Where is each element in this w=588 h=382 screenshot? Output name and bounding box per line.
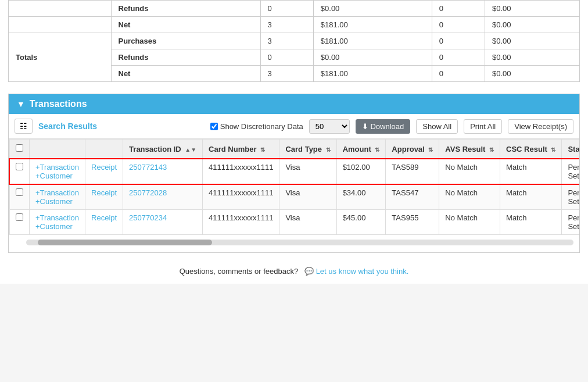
scroll-track[interactable]: [26, 240, 573, 245]
row-receipt-cell: Receipt: [85, 210, 123, 235]
row-checkbox-cell: [9, 210, 30, 235]
header-status[interactable]: Status ⇅: [562, 140, 579, 159]
header-transaction-id[interactable]: Transaction ID ▲▼: [123, 140, 203, 159]
summary-amount-refunds-upper: $0.00: [313, 1, 432, 17]
summary-amount-purchases: $181.00: [313, 33, 432, 49]
transactions-table: Transaction ID ▲▼ Card Number ⇅ Card Typ…: [9, 139, 579, 235]
transaction-links: +Transaction +Customer: [35, 188, 79, 206]
row-status: Pending Settlement: [562, 184, 579, 210]
transaction-link[interactable]: +Transaction: [35, 188, 79, 197]
scroll-thumb[interactable]: [38, 240, 212, 245]
show-all-button[interactable]: Show All: [416, 119, 458, 134]
table-row: +Transaction +Customer Receipt 250772028…: [9, 184, 579, 210]
summary-amount-refunds-lower: $0.00: [313, 49, 432, 66]
header-checkbox-cell: [9, 140, 30, 159]
receipt-link[interactable]: Receipt: [91, 163, 117, 172]
summary-type-purchases: Purchases: [111, 33, 260, 49]
row-csc-result: Match: [500, 159, 562, 184]
row-card-type: Visa: [279, 159, 336, 184]
transactions-toolbar: ☷ Search Results Show Discretionary Data…: [9, 114, 579, 139]
summary-count2-purchases: 0: [432, 33, 485, 49]
row-card-type: Visa: [279, 210, 336, 235]
sort-avs-icon: ⇅: [489, 147, 494, 153]
download-icon: ⬇: [362, 122, 371, 131]
customer-link[interactable]: +Customer: [35, 222, 79, 231]
grid-view-button[interactable]: ☷: [15, 119, 33, 134]
header-csc-result[interactable]: CSC Result ⇅: [500, 140, 562, 159]
row-amount: $34.00: [336, 184, 386, 210]
header-avs-result[interactable]: AVS Result ⇅: [439, 140, 500, 159]
summary-type-net-lower: Net: [111, 66, 260, 82]
discretionary-data-checkbox[interactable]: [210, 123, 218, 130]
discretionary-data-text: Show Discretionary Data: [220, 122, 303, 131]
row-transaction-id: 250770234: [123, 210, 203, 235]
row-transaction-id: 250772028: [123, 184, 203, 210]
transaction-link[interactable]: +Transaction: [35, 213, 79, 222]
row-csc-result: Match: [500, 210, 562, 235]
row-csc-result: Match: [500, 184, 562, 210]
horizontal-scrollbar-area[interactable]: [9, 235, 579, 252]
summary-count-net-lower: 3: [260, 66, 313, 82]
summary-type-refunds-upper: Refunds: [111, 1, 260, 17]
row-checkbox[interactable]: [16, 213, 23, 221]
print-all-button[interactable]: Print All: [464, 119, 502, 134]
page-size-select[interactable]: 50 10 25 100: [309, 119, 350, 134]
row-card-number: 411111xxxxxx1111: [203, 210, 279, 235]
row-card-number: 411111xxxxxx1111: [203, 159, 279, 184]
page-wrapper: Refunds 0 $0.00 0 $0.00 Net 3 $181.00 0 …: [0, 0, 588, 284]
chat-icon: 💬: [304, 267, 314, 276]
transaction-id-link[interactable]: 250770234: [129, 213, 167, 222]
header-amount[interactable]: Amount ⇅: [336, 140, 386, 159]
summary-type-net-upper: Net: [111, 17, 260, 33]
transactions-title: Transactions: [30, 99, 87, 109]
summary-row-refunds-upper: Refunds 0 $0.00 0 $0.00: [9, 1, 580, 17]
header-card-number[interactable]: Card Number ⇅: [203, 140, 279, 159]
download-button[interactable]: ⬇ Download: [356, 119, 410, 134]
summary-amount2-refunds-lower: $0.00: [485, 49, 579, 66]
row-actions: +Transaction +Customer: [30, 184, 85, 210]
transactions-section: ▼ Transactions ☷ Search Results Show Dis…: [8, 94, 580, 253]
select-all-checkbox[interactable]: [16, 144, 23, 152]
customer-link[interactable]: +Customer: [35, 172, 79, 180]
collapse-icon[interactable]: ▼: [17, 99, 25, 109]
summary-count-net-upper: 3: [260, 17, 313, 33]
summary-type-refunds-lower: Refunds: [111, 49, 260, 66]
header-approval[interactable]: Approval ⇅: [386, 140, 439, 159]
row-receipt-cell: Receipt: [85, 159, 123, 184]
transaction-links: +Transaction +Customer: [35, 163, 79, 180]
discretionary-data-label: Show Discretionary Data: [210, 122, 303, 131]
summary-amount2-refunds-upper: $0.00: [485, 1, 579, 17]
transaction-link[interactable]: +Transaction: [35, 163, 79, 172]
row-amount: $102.00: [336, 159, 386, 184]
header-card-type[interactable]: Card Type ⇅: [279, 140, 336, 159]
summary-row-purchases: Totals Purchases 3 $181.00 0 $0.00: [9, 33, 580, 49]
transaction-id-link[interactable]: 250772143: [129, 163, 167, 172]
row-approval: TAS955: [386, 210, 439, 235]
row-actions: +Transaction +Customer: [30, 159, 85, 184]
view-receipts-button[interactable]: View Receipt(s): [508, 119, 573, 134]
transaction-links: +Transaction +Customer: [35, 213, 79, 231]
sort-csc-icon: ⇅: [551, 147, 555, 153]
table-row: +Transaction +Customer Receipt 250770234…: [9, 210, 579, 235]
row-approval: TAS547: [386, 184, 439, 210]
summary-category-empty: [9, 1, 112, 17]
row-checkbox-cell: [9, 184, 30, 210]
sort-approval-icon: ⇅: [428, 147, 433, 153]
summary-totals-label: Totals: [9, 33, 112, 82]
summary-amount2-net-upper: $0.00: [485, 17, 579, 33]
transaction-id-link[interactable]: 250772028: [129, 188, 167, 197]
row-checkbox[interactable]: [16, 188, 23, 196]
summary-count-refunds-lower: 0: [260, 49, 313, 66]
row-amount: $45.00: [336, 210, 386, 235]
summary-table: Refunds 0 $0.00 0 $0.00 Net 3 $181.00 0 …: [8, 0, 580, 82]
row-checkbox[interactable]: [16, 163, 23, 170]
table-row: +Transaction +Customer Receipt 250772143…: [9, 159, 579, 184]
receipt-link[interactable]: Receipt: [91, 213, 117, 222]
header-actions: [30, 140, 85, 159]
footer-link[interactable]: Let us know what you think.: [316, 267, 409, 276]
row-checkbox-cell: [9, 159, 30, 184]
sort-card-number-icon: ⇅: [260, 147, 265, 153]
customer-link[interactable]: +Customer: [35, 197, 79, 206]
header-receipt: [85, 140, 123, 159]
receipt-link[interactable]: Receipt: [91, 188, 117, 197]
